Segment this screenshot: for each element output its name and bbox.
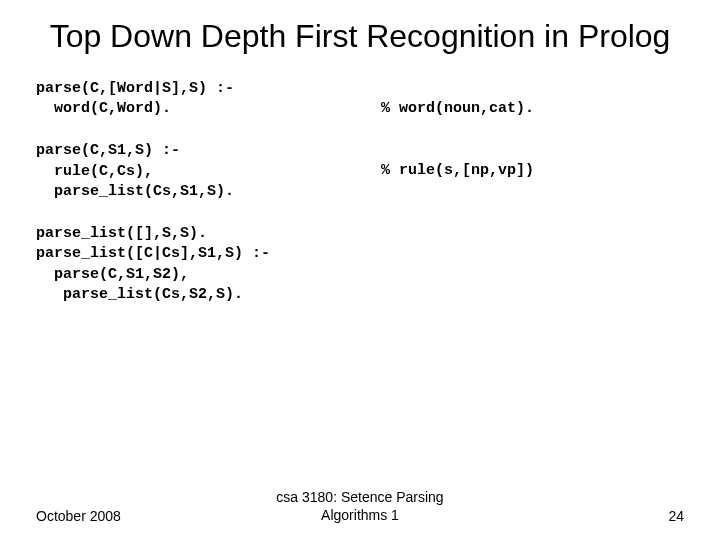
code-block-2-left: parse(C,S1,S) :- rule(C,Cs), parse_list(… [36,141,381,202]
code-block-3: parse_list([],S,S). parse_list([C|Cs],S1… [36,224,684,305]
footer-page-number: 24 [668,508,684,524]
code-block-1: parse(C,[Word|S],S) :- word(C,Word). % w… [36,79,684,120]
footer-course: csa 3180: Setence ParsingAlgorithms 1 [276,489,443,524]
code-block-2-comment: % rule(s,[np,vp]) [381,141,534,181]
footer: October 2008 csa 3180: Setence ParsingAl… [0,484,720,524]
slide-title: Top Down Depth First Recognition in Prol… [36,18,684,55]
code-block-1-comment: % word(noun,cat). [381,79,534,119]
code-block-2: parse(C,S1,S) :- rule(C,Cs), parse_list(… [36,141,684,202]
slide: Top Down Depth First Recognition in Prol… [0,0,720,540]
slide-content: parse(C,[Word|S],S) :- word(C,Word). % w… [36,79,684,540]
footer-date: October 2008 [36,508,121,524]
code-block-1-left: parse(C,[Word|S],S) :- word(C,Word). [36,79,381,120]
